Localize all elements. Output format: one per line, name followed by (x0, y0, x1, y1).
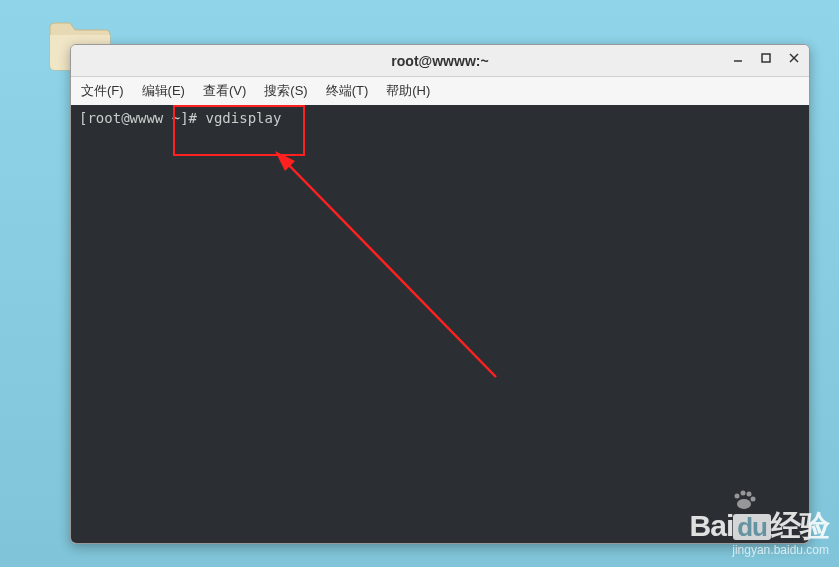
svg-marker-5 (275, 151, 295, 171)
watermark-brand-prefix: Bai (690, 509, 734, 542)
prompt-symbol: # (189, 110, 197, 126)
svg-point-6 (735, 494, 740, 499)
menu-view[interactable]: 查看(V) (201, 80, 248, 102)
prompt-user: root@wwww (87, 110, 163, 126)
svg-point-7 (741, 491, 746, 496)
maximize-button[interactable] (757, 49, 775, 67)
terminal-command: vgdisplay (205, 110, 281, 126)
terminal-body[interactable]: [root@wwww ~]# vgdisplay (71, 105, 809, 543)
watermark-url: jingyan.baidu.com (690, 543, 829, 557)
svg-rect-1 (762, 54, 770, 62)
svg-point-8 (747, 492, 752, 497)
watermark-logo: Baidu经验 (690, 511, 829, 541)
terminal-window: root@wwww:~ 文件(F) 编辑(E) 查看(V) 搜索(S) 终端(T… (70, 44, 810, 544)
menu-help[interactable]: 帮助(H) (384, 80, 432, 102)
svg-line-4 (281, 157, 496, 377)
window-controls (729, 49, 803, 67)
titlebar[interactable]: root@wwww:~ (71, 45, 809, 77)
close-button[interactable] (785, 49, 803, 67)
menu-edit[interactable]: 编辑(E) (140, 80, 187, 102)
watermark: Baidu经验 jingyan.baidu.com (690, 511, 829, 557)
svg-point-9 (751, 497, 756, 502)
menu-file[interactable]: 文件(F) (79, 80, 126, 102)
svg-point-10 (737, 499, 751, 509)
menu-search[interactable]: 搜索(S) (262, 80, 309, 102)
watermark-brand-box: du (733, 514, 771, 540)
minimize-button[interactable] (729, 49, 747, 67)
watermark-brand-suffix: 经验 (771, 509, 829, 542)
window-title: root@wwww:~ (391, 53, 488, 69)
annotation-arrow (231, 147, 511, 397)
menubar: 文件(F) 编辑(E) 查看(V) 搜索(S) 终端(T) 帮助(H) (71, 77, 809, 105)
menu-terminal[interactable]: 终端(T) (324, 80, 371, 102)
prompt-path: ~ (172, 110, 180, 126)
terminal-prompt-line: [root@wwww ~]# vgdisplay (79, 110, 801, 126)
